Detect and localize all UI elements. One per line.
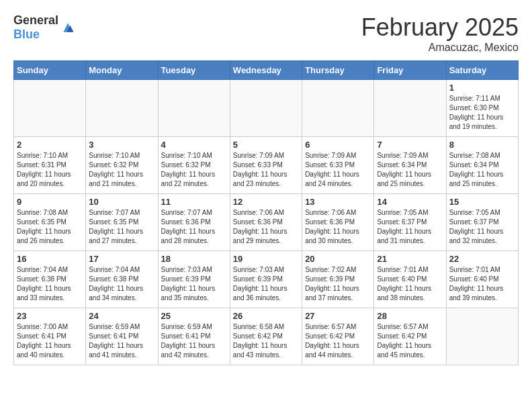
weekday-header-wednesday: Wednesday (230, 61, 302, 80)
day-info: Sunrise: 7:11 AM Sunset: 6:30 PM Dayligh… (449, 94, 515, 132)
day-number: 6 (305, 140, 371, 150)
weekday-header-saturday: Saturday (446, 61, 518, 80)
weekday-header-tuesday: Tuesday (158, 61, 230, 80)
calendar-cell: 16Sunrise: 7:04 AM Sunset: 6:38 PM Dayli… (14, 251, 86, 308)
calendar-cell: 1Sunrise: 7:11 AM Sunset: 6:30 PM Daylig… (446, 80, 518, 137)
day-number: 28 (377, 311, 443, 321)
day-number: 17 (89, 254, 154, 264)
day-number: 4 (161, 140, 227, 150)
calendar-cell: 9Sunrise: 7:08 AM Sunset: 6:35 PM Daylig… (14, 194, 86, 251)
day-info: Sunrise: 7:10 AM Sunset: 6:32 PM Dayligh… (161, 151, 227, 189)
calendar-cell: 6Sunrise: 7:09 AM Sunset: 6:33 PM Daylig… (302, 137, 374, 194)
calendar-cell: 7Sunrise: 7:09 AM Sunset: 6:34 PM Daylig… (374, 137, 446, 194)
day-number: 13 (305, 197, 371, 207)
day-info: Sunrise: 7:03 AM Sunset: 6:39 PM Dayligh… (161, 265, 227, 303)
calendar-cell: 11Sunrise: 7:07 AM Sunset: 6:36 PM Dayli… (158, 194, 230, 251)
weekday-header-row: SundayMondayTuesdayWednesdayThursdayFrid… (14, 61, 519, 80)
month-title: February 2025 (361, 13, 519, 42)
day-number: 9 (17, 197, 83, 207)
calendar-cell: 17Sunrise: 7:04 AM Sunset: 6:38 PM Dayli… (86, 251, 158, 308)
day-info: Sunrise: 7:09 AM Sunset: 6:33 PM Dayligh… (305, 151, 371, 189)
calendar-cell: 8Sunrise: 7:08 AM Sunset: 6:34 PM Daylig… (446, 137, 518, 194)
day-number: 27 (305, 311, 371, 321)
calendar-cell (446, 308, 518, 365)
day-info: Sunrise: 7:10 AM Sunset: 6:32 PM Dayligh… (89, 151, 154, 189)
day-number: 2 (17, 140, 83, 150)
day-number: 1 (449, 83, 515, 93)
week-row-4: 16Sunrise: 7:04 AM Sunset: 6:38 PM Dayli… (14, 251, 519, 308)
week-row-1: 1Sunrise: 7:11 AM Sunset: 6:30 PM Daylig… (14, 80, 519, 137)
page-header: General Blue February 2025 Amacuzac, Mex… (13, 13, 519, 54)
calendar-cell: 21Sunrise: 7:01 AM Sunset: 6:40 PM Dayli… (374, 251, 446, 308)
day-number: 7 (377, 140, 443, 150)
calendar-cell: 19Sunrise: 7:03 AM Sunset: 6:39 PM Dayli… (230, 251, 302, 308)
day-number: 12 (233, 197, 299, 207)
day-number: 19 (233, 254, 299, 264)
week-row-2: 2Sunrise: 7:10 AM Sunset: 6:31 PM Daylig… (14, 137, 519, 194)
day-number: 11 (161, 197, 227, 207)
day-info: Sunrise: 6:57 AM Sunset: 6:42 PM Dayligh… (377, 322, 443, 360)
day-info: Sunrise: 7:03 AM Sunset: 6:39 PM Dayligh… (233, 265, 299, 303)
day-number: 22 (449, 254, 515, 264)
week-row-5: 23Sunrise: 7:00 AM Sunset: 6:41 PM Dayli… (14, 308, 519, 365)
calendar-cell: 3Sunrise: 7:10 AM Sunset: 6:32 PM Daylig… (86, 137, 158, 194)
calendar-cell (302, 80, 374, 137)
day-number: 26 (233, 311, 299, 321)
logo-general-text: General (13, 13, 58, 28)
day-info: Sunrise: 7:01 AM Sunset: 6:40 PM Dayligh… (449, 265, 515, 303)
calendar-cell: 13Sunrise: 7:06 AM Sunset: 6:36 PM Dayli… (302, 194, 374, 251)
calendar-cell: 28Sunrise: 6:57 AM Sunset: 6:42 PM Dayli… (374, 308, 446, 365)
calendar-cell: 5Sunrise: 7:09 AM Sunset: 6:33 PM Daylig… (230, 137, 302, 194)
calendar-cell: 18Sunrise: 7:03 AM Sunset: 6:39 PM Dayli… (158, 251, 230, 308)
weekday-header-sunday: Sunday (14, 61, 86, 80)
day-number: 10 (89, 197, 154, 207)
day-info: Sunrise: 7:01 AM Sunset: 6:40 PM Dayligh… (377, 265, 443, 303)
day-number: 5 (233, 140, 299, 150)
calendar-cell: 2Sunrise: 7:10 AM Sunset: 6:31 PM Daylig… (14, 137, 86, 194)
logo-icon (61, 21, 75, 34)
calendar-cell: 26Sunrise: 6:58 AM Sunset: 6:42 PM Dayli… (230, 308, 302, 365)
day-info: Sunrise: 6:58 AM Sunset: 6:42 PM Dayligh… (233, 322, 299, 360)
day-info: Sunrise: 7:02 AM Sunset: 6:39 PM Dayligh… (305, 265, 371, 303)
calendar-cell (86, 80, 158, 137)
calendar-cell: 22Sunrise: 7:01 AM Sunset: 6:40 PM Dayli… (446, 251, 518, 308)
day-number: 25 (161, 311, 227, 321)
title-block: February 2025 Amacuzac, Mexico (361, 13, 519, 54)
day-info: Sunrise: 7:07 AM Sunset: 6:36 PM Dayligh… (161, 208, 227, 246)
calendar-cell: 23Sunrise: 7:00 AM Sunset: 6:41 PM Dayli… (14, 308, 86, 365)
day-info: Sunrise: 7:09 AM Sunset: 6:34 PM Dayligh… (377, 151, 443, 189)
weekday-header-thursday: Thursday (302, 61, 374, 80)
day-info: Sunrise: 7:09 AM Sunset: 6:33 PM Dayligh… (233, 151, 299, 189)
logo-blue-text: Blue (13, 28, 58, 42)
calendar-cell: 10Sunrise: 7:07 AM Sunset: 6:35 PM Dayli… (86, 194, 158, 251)
weekday-header-monday: Monday (86, 61, 158, 80)
day-number: 3 (89, 140, 154, 150)
day-number: 20 (305, 254, 371, 264)
day-info: Sunrise: 7:07 AM Sunset: 6:35 PM Dayligh… (89, 208, 154, 246)
day-info: Sunrise: 7:04 AM Sunset: 6:38 PM Dayligh… (17, 265, 83, 303)
calendar-cell (230, 80, 302, 137)
day-info: Sunrise: 7:05 AM Sunset: 6:37 PM Dayligh… (377, 208, 443, 246)
calendar-cell: 12Sunrise: 7:06 AM Sunset: 6:36 PM Dayli… (230, 194, 302, 251)
calendar-cell: 15Sunrise: 7:05 AM Sunset: 6:37 PM Dayli… (446, 194, 518, 251)
calendar-cell (14, 80, 86, 137)
calendar-cell: 24Sunrise: 6:59 AM Sunset: 6:41 PM Dayli… (86, 308, 158, 365)
weekday-header-friday: Friday (374, 61, 446, 80)
calendar-table: SundayMondayTuesdayWednesdayThursdayFrid… (13, 60, 519, 365)
day-info: Sunrise: 7:00 AM Sunset: 6:41 PM Dayligh… (17, 322, 83, 360)
day-info: Sunrise: 7:10 AM Sunset: 6:31 PM Dayligh… (17, 151, 83, 189)
day-info: Sunrise: 7:06 AM Sunset: 6:36 PM Dayligh… (233, 208, 299, 246)
day-number: 14 (377, 197, 443, 207)
day-info: Sunrise: 7:08 AM Sunset: 6:35 PM Dayligh… (17, 208, 83, 246)
calendar-cell: 20Sunrise: 7:02 AM Sunset: 6:39 PM Dayli… (302, 251, 374, 308)
day-info: Sunrise: 6:57 AM Sunset: 6:42 PM Dayligh… (305, 322, 371, 360)
day-number: 18 (161, 254, 227, 264)
day-info: Sunrise: 7:06 AM Sunset: 6:36 PM Dayligh… (305, 208, 371, 246)
calendar-cell: 4Sunrise: 7:10 AM Sunset: 6:32 PM Daylig… (158, 137, 230, 194)
calendar-cell (374, 80, 446, 137)
day-number: 21 (377, 254, 443, 264)
day-number: 8 (449, 140, 515, 150)
day-number: 15 (449, 197, 515, 207)
day-number: 24 (89, 311, 154, 321)
day-info: Sunrise: 7:04 AM Sunset: 6:38 PM Dayligh… (89, 265, 154, 303)
